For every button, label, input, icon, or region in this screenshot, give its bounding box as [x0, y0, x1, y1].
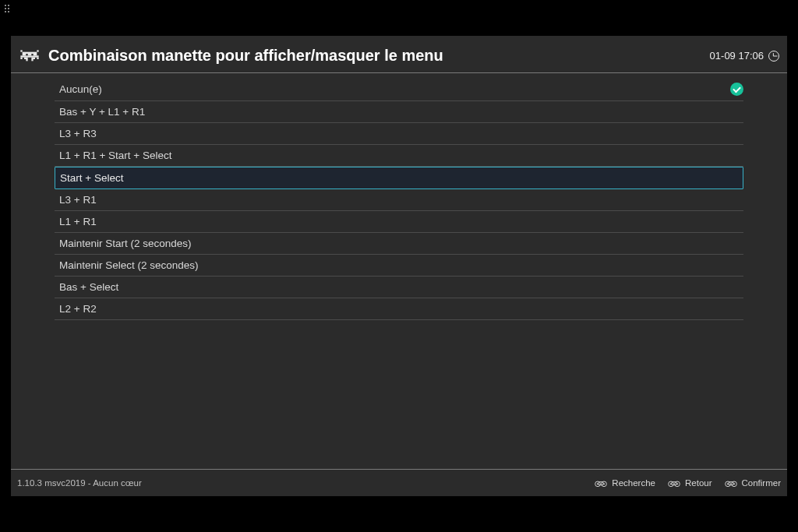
option-row[interactable]: L3 + R1 — [55, 189, 743, 211]
svg-rect-11 — [26, 59, 27, 61]
option-label: L3 + R1 — [59, 194, 739, 206]
confirm-button[interactable]: Confirmer — [725, 477, 781, 488]
option-label: L3 + R3 — [59, 128, 739, 139]
svg-point-29 — [733, 484, 734, 484]
svg-rect-17 — [598, 482, 604, 485]
page-title: Combinaison manette pour afficher/masque… — [48, 47, 710, 65]
svg-rect-22 — [672, 482, 677, 485]
option-label: L2 + R2 — [59, 303, 739, 315]
app-window: Combinaison manette pour afficher/masque… — [11, 36, 787, 496]
option-row[interactable]: Bas + Y + L1 + R1 — [55, 101, 743, 123]
footer-bar: 1.10.3 msvc2019 - Aucun cœur Recherche R… — [11, 469, 787, 496]
option-row[interactable]: Maintenir Select (2 secondes) — [55, 255, 743, 277]
svg-point-19 — [604, 484, 605, 484]
option-row[interactable]: Aucun(e) — [55, 78, 743, 101]
gamepad-icon — [668, 477, 680, 488]
svg-point-18 — [598, 484, 598, 484]
svg-point-24 — [676, 484, 677, 484]
option-label: Bas + Y + L1 + R1 — [59, 106, 739, 118]
svg-rect-0 — [20, 51, 22, 52]
svg-rect-2 — [23, 52, 24, 54]
back-label: Retour — [685, 478, 712, 488]
svg-rect-10 — [31, 58, 35, 59]
retroarch-logo-icon — [19, 48, 41, 64]
svg-rect-7 — [20, 58, 22, 59]
option-row[interactable]: Bas + Select — [55, 277, 743, 298]
option-label: Bas + Select — [59, 281, 739, 293]
option-label: Maintenir Select (2 secondes) — [59, 259, 739, 271]
option-list: Aucun(e)Bas + Y + L1 + R1L3 + R3L1 + R1 … — [11, 73, 787, 320]
svg-rect-3 — [35, 52, 37, 54]
svg-point-28 — [727, 484, 728, 484]
gamepad-icon — [595, 477, 607, 488]
svg-rect-13 — [26, 54, 27, 55]
option-label: L1 + R1 + Start + Select — [59, 150, 739, 161]
search-button[interactable]: Recherche — [595, 477, 655, 488]
svg-rect-12 — [31, 59, 33, 61]
clock: 01-09 17:06 — [710, 50, 779, 62]
svg-rect-27 — [728, 482, 733, 485]
svg-rect-1 — [37, 51, 38, 52]
svg-point-23 — [670, 484, 671, 484]
svg-rect-5 — [23, 54, 37, 55]
option-label: Start + Select — [60, 172, 738, 184]
svg-rect-9 — [24, 58, 28, 59]
option-row[interactable]: L1 + R1 + Start + Select — [55, 145, 743, 167]
svg-rect-14 — [31, 54, 33, 55]
svg-rect-4 — [24, 52, 35, 54]
window-drag-handle[interactable] — [5, 5, 11, 14]
option-label: Aucun(e) — [59, 83, 730, 95]
clock-icon — [768, 51, 779, 62]
search-label: Recherche — [612, 478, 655, 488]
option-row[interactable]: Maintenir Start (2 secondes) — [55, 233, 743, 255]
option-row[interactable]: L1 + R1 — [55, 211, 743, 233]
header-bar: Combinaison manette pour afficher/masque… — [11, 36, 787, 73]
confirm-label: Confirmer — [742, 478, 781, 488]
option-label: Maintenir Start (2 secondes) — [59, 238, 739, 249]
option-row[interactable]: L2 + R2 — [55, 298, 743, 320]
svg-rect-8 — [37, 58, 38, 59]
option-row[interactable]: L3 + R3 — [55, 123, 743, 145]
version-text: 1.10.3 msvc2019 - Aucun cœur — [17, 478, 142, 488]
option-row[interactable]: Start + Select — [55, 167, 743, 189]
option-label: L1 + R1 — [59, 216, 739, 227]
gamepad-icon — [725, 477, 737, 488]
back-button[interactable]: Retour — [668, 477, 712, 488]
clock-text: 01-09 17:06 — [710, 50, 764, 62]
svg-rect-6 — [20, 56, 38, 58]
checkmark-icon — [730, 83, 743, 96]
